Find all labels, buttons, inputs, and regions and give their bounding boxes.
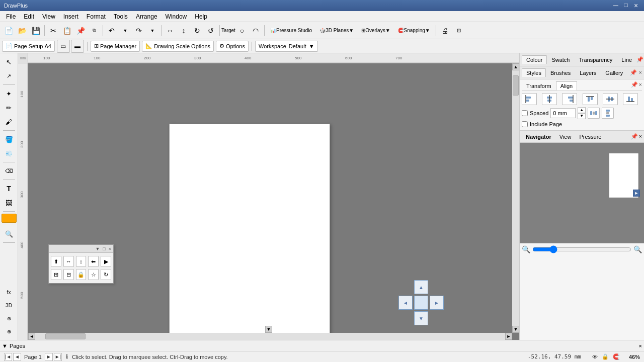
portrait-btn[interactable]: ▭ (57, 40, 70, 53)
spaced-checkbox[interactable] (522, 110, 528, 116)
tab-swatch[interactable]: Swatch (547, 55, 574, 64)
menu-help[interactable]: Help (191, 12, 211, 21)
zoom-slider[interactable] (532, 246, 631, 253)
close-btn[interactable]: × (632, 2, 640, 10)
print-btn[interactable]: 🖨 (438, 24, 451, 37)
panel-float-btn[interactable]: □ (102, 246, 106, 251)
nav-left[interactable]: ◄ (398, 296, 413, 310)
overlays-btn[interactable]: ⊞ Overlays ▼ (358, 24, 393, 37)
arc-btn[interactable]: ◠ (249, 24, 262, 37)
spaced-down-btn[interactable]: ▼ (578, 113, 586, 119)
hscroll-right-btn[interactable]: ► (505, 333, 512, 340)
minimize-btn[interactable]: ─ (612, 2, 620, 10)
rotate-more-btn[interactable]: ↺ (204, 24, 217, 37)
paste-btn[interactable]: 📌 (74, 24, 87, 37)
tab-gallery[interactable]: Gallery (601, 68, 627, 77)
nav-down[interactable]: ▼ (414, 311, 428, 325)
align-center-h-btn[interactable] (542, 93, 557, 105)
align-left-btn[interactable] (522, 93, 537, 105)
paste-special-btn[interactable]: ⧉ (88, 24, 101, 37)
undo-btn[interactable]: ↶ (105, 24, 118, 37)
fp-rotate[interactable]: ↻ (101, 269, 111, 280)
node-tool[interactable]: ✦ (3, 87, 16, 100)
vscroll-down-btn[interactable]: ▼ (512, 326, 519, 333)
view-tab[interactable]: View (555, 133, 576, 141)
fp-mirror[interactable]: ↔ (63, 256, 74, 267)
pencil-tool[interactable]: ✏ (3, 101, 16, 114)
tab-styles[interactable]: Styles (522, 68, 546, 77)
erase-tool[interactable]: ⌫ (3, 164, 16, 177)
mesh-tool[interactable]: ⊕ (3, 325, 16, 338)
distribute-h-extra[interactable] (588, 108, 600, 119)
last-page-btn[interactable]: ►| (54, 353, 62, 361)
nav-right[interactable]: ► (430, 296, 444, 310)
spaced-value-input[interactable] (550, 108, 576, 118)
nav-up[interactable]: ▲ (414, 280, 428, 294)
menu-arrange[interactable]: Arrange (132, 12, 162, 21)
undo-dropdown[interactable]: ▼ (119, 24, 132, 37)
drawing-scale-btn[interactable]: 📐 Drawing Scale Options (142, 41, 214, 52)
fp-group[interactable]: ⊞ (51, 269, 61, 280)
pressure-studio-btn[interactable]: 📊 Pressure Studio (267, 24, 315, 37)
pressure-tab[interactable]: Pressure (575, 133, 605, 141)
status-eye-icon[interactable]: 👁 (592, 354, 598, 360)
menu-tools[interactable]: Tools (110, 12, 132, 21)
fp-ungroup[interactable]: ⊟ (63, 269, 74, 280)
tab-brushes[interactable]: Brushes (546, 68, 575, 77)
align-center-v-btn[interactable] (603, 93, 618, 105)
redo-dropdown[interactable]: ▼ (146, 24, 159, 37)
landscape-btn[interactable]: ▬ (71, 40, 84, 53)
next-page-btn[interactable]: ► (45, 353, 53, 361)
fp-flip[interactable]: ↕ (76, 256, 87, 267)
status-snap-icon[interactable]: 🧲 (613, 353, 620, 360)
tab-line[interactable]: Line (617, 55, 636, 64)
redo-btn[interactable]: ↷ (132, 24, 145, 37)
panel2-close[interactable]: × (639, 69, 642, 76)
tab-layers[interactable]: Layers (575, 68, 601, 77)
tab-transparency[interactable]: Transparency (574, 55, 617, 64)
include-page-checkbox[interactable] (522, 121, 528, 127)
align-top-btn[interactable] (583, 93, 598, 105)
vscroll-up-btn[interactable]: ▲ (512, 63, 519, 70)
pages-close[interactable]: × (639, 343, 642, 349)
status-lock-icon[interactable]: 🔒 (602, 353, 609, 360)
navigator-tab[interactable]: Navigator (522, 133, 555, 141)
text-tool[interactable]: T (3, 182, 16, 195)
3d-planes-btn[interactable]: 🎲 3D Planes ▼ (316, 24, 357, 37)
panel2-pin[interactable]: 📌 (630, 69, 637, 76)
copy-btn[interactable]: 📋 (60, 24, 73, 37)
flip-v-btn[interactable]: ↕ (177, 24, 190, 37)
pages-collapse[interactable]: ▼ (2, 343, 8, 349)
snapping-btn[interactable]: 🧲 Snapping ▼ (394, 24, 434, 37)
nav-center[interactable] (414, 296, 428, 310)
panel-collapse-btn[interactable]: ▼ (94, 246, 101, 251)
first-page-btn[interactable]: |◄ (4, 353, 12, 361)
transform-close[interactable]: × (639, 81, 642, 90)
transform-tab[interactable]: Transform (522, 81, 556, 90)
hscroll-thumb[interactable] (45, 333, 86, 339)
prev-page-btn[interactable]: ◄ (13, 353, 21, 361)
subselect-tool[interactable]: ↗ (3, 69, 16, 82)
fp-move-up[interactable]: ⬆ (51, 256, 61, 267)
hscroll-left-btn[interactable]: ◄ (28, 333, 35, 340)
menu-view[interactable]: View (38, 12, 59, 21)
nav-close[interactable]: × (639, 133, 642, 140)
export-btn[interactable]: ⊡ (452, 24, 465, 37)
save-btn[interactable]: 💾 (29, 24, 42, 37)
page-manager-btn[interactable]: ⊞ Page Manager (91, 41, 140, 52)
flip-h-btn[interactable]: ↔ (164, 24, 177, 37)
fx-tool[interactable]: fx (3, 286, 16, 299)
zoom-out-icon[interactable]: 🔍 (522, 245, 530, 253)
panel1-pin[interactable]: 📌 (636, 56, 643, 63)
menu-file[interactable]: File (2, 12, 20, 21)
menu-insert[interactable]: Insert (59, 12, 83, 21)
3d-tool[interactable]: 3D (3, 299, 16, 312)
align-right-btn[interactable] (562, 93, 577, 105)
maximize-btn[interactable]: □ (622, 2, 630, 10)
nav-arrow[interactable]: ► (633, 190, 640, 197)
cut-btn[interactable]: ✂ (47, 24, 60, 37)
menu-edit[interactable]: Edit (20, 12, 38, 21)
fp-lock[interactable]: 🔒 (76, 269, 87, 280)
ellipse-btn[interactable]: ○ (235, 24, 249, 37)
align-tab[interactable]: Align (556, 81, 577, 90)
